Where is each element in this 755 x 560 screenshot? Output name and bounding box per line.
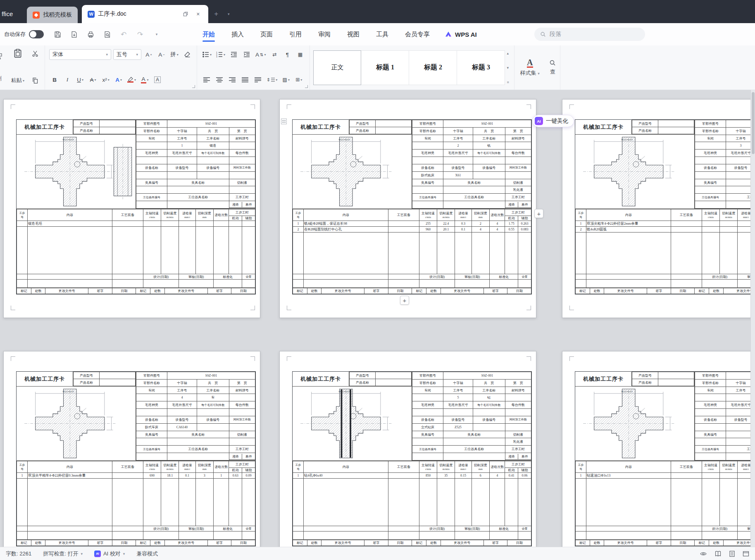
- clear-format-button[interactable]: [182, 49, 193, 60]
- style-normal[interactable]: 正文: [313, 50, 361, 85]
- styles-scroll-down-icon[interactable]: ▾: [507, 66, 509, 70]
- add-page-button-right[interactable]: +: [534, 209, 543, 218]
- read-mode-icon[interactable]: [715, 551, 722, 557]
- autosave-switch-off[interactable]: [29, 30, 44, 38]
- align-left-button[interactable]: [201, 74, 212, 85]
- underline-button[interactable]: U▾: [75, 74, 86, 85]
- text-direction-button[interactable]: A⇅▾: [254, 49, 267, 60]
- save-icon[interactable]: [52, 29, 63, 40]
- word-count[interactable]: 字数: 2261: [6, 550, 31, 558]
- asian-layout-button[interactable]: ⇄: [269, 49, 280, 60]
- styles-more-icon[interactable]: ≡: [507, 80, 509, 84]
- paragraph-layout-button[interactable]: ▦: [295, 49, 305, 60]
- document-area[interactable]: 机械加工工序卡产品型号产品名称Φ22±0.05零部件图号SSZ-001零部件名称…: [0, 90, 755, 547]
- part-no-value: SSZ-001: [167, 372, 255, 380]
- quickbar-chevron-icon[interactable]: ▾: [151, 29, 162, 40]
- align-center-button[interactable]: [214, 74, 225, 85]
- tab-close-icon[interactable]: ×: [193, 9, 202, 19]
- align-right-button[interactable]: [227, 74, 238, 85]
- table-drag-handle[interactable]: [281, 119, 287, 124]
- process-name-value: 锻造: [197, 142, 229, 149]
- increase-font-button[interactable]: A+: [143, 49, 154, 60]
- justify-button[interactable]: [240, 74, 250, 85]
- add-page-button-below[interactable]: +: [400, 296, 409, 305]
- character-shading-button[interactable]: A: [152, 74, 163, 85]
- menu-reference[interactable]: 引用: [288, 25, 302, 44]
- pinyin-guide-button[interactable]: 拼▾: [169, 49, 180, 60]
- tab-docer-templates[interactable]: 找稻壳模板: [27, 7, 78, 23]
- equip-name-value: [695, 423, 726, 431]
- show-marks-button[interactable]: ¶: [282, 49, 293, 60]
- paste-button[interactable]: 粘贴▾: [10, 48, 26, 86]
- ribbon: 刷 粘贴▾ 宋体▾ 五号▾ A+ A− 拼▾ B I: [0, 45, 755, 90]
- styles-scroll-up-icon[interactable]: ▴: [507, 51, 509, 55]
- revision-row: 标记处数更改文件号签字日期标记处数更改文件号签字日期: [575, 288, 755, 294]
- strikethrough-button[interactable]: A▾: [88, 74, 98, 85]
- text-effects-button[interactable]: A▾: [113, 74, 124, 85]
- svg-text:Φ22±0.05: Φ22±0.05: [339, 138, 350, 141]
- decrease-font-button[interactable]: A−: [156, 49, 167, 60]
- numbered-list-button[interactable]: 123▾: [215, 49, 226, 60]
- cut-button[interactable]: [30, 48, 40, 59]
- search-input[interactable]: 段落: [534, 28, 645, 41]
- decrease-indent-button[interactable]: [229, 49, 239, 60]
- document-page-1[interactable]: 机械加工工序卡产品型号产品名称Φ22±0.05零部件图号SSZ-001零部件名称…: [3, 99, 260, 318]
- menu-membership[interactable]: 会员专享: [404, 25, 431, 44]
- document-page-4[interactable]: 机械加工工序卡产品型号产品名称Φ22±0.05零部件图号SSZ-001零部件名称…: [3, 351, 260, 547]
- document-page-2[interactable]: 机械加工工序卡产品型号产品名称Φ22±0.05零部件图号SSZ-001零部件名称…: [279, 99, 536, 318]
- part-no-value: SSZ-001: [443, 120, 531, 128]
- scrollbar-thumb[interactable]: [752, 92, 755, 154]
- new-tab-button[interactable]: +: [212, 9, 221, 19]
- tab-list-chevron-icon[interactable]: ▾: [224, 9, 233, 19]
- font-color-button[interactable]: A▾: [139, 74, 150, 85]
- eye-protect-icon[interactable]: [700, 551, 707, 557]
- increase-indent-button[interactable]: [241, 49, 252, 60]
- font-group-expander-icon[interactable]: [192, 85, 195, 88]
- menu-view[interactable]: 视图: [346, 25, 360, 44]
- print-preview-icon[interactable]: [102, 29, 112, 40]
- ai-proofread[interactable]: AI AI 校对▾: [94, 550, 125, 558]
- shading-button[interactable]: ▨▾: [281, 74, 291, 85]
- italic-button[interactable]: I: [62, 74, 73, 85]
- ai-proofread-icon: AI: [94, 551, 101, 557]
- tab-detach-icon[interactable]: [181, 9, 190, 19]
- menu-page[interactable]: 页面: [260, 25, 274, 44]
- document-page-6[interactable]: 机械加工工序卡产品型号产品名称Φ22±0.05零部件图号SSZ-001零部件名称…: [562, 351, 755, 547]
- paragraph-group-expander-icon[interactable]: [305, 85, 308, 88]
- menu-insert[interactable]: 插入: [231, 25, 245, 44]
- autosave-toggle[interactable]: 自动保存: [4, 30, 44, 38]
- line-spacing-button[interactable]: ⇕ ▾: [265, 74, 279, 85]
- find-replace-button[interactable]: 查: [545, 45, 560, 90]
- borders-button[interactable]: ⊞▾: [293, 74, 304, 85]
- print-layout-icon[interactable]: [729, 551, 735, 557]
- font-family-select[interactable]: 宋体▾: [49, 49, 111, 60]
- undo-icon[interactable]: ↶: [118, 29, 129, 40]
- one-click-beautify-button[interactable]: AI 一键美化: [532, 115, 574, 127]
- menu-home[interactable]: 开始: [202, 25, 216, 44]
- document-page-5[interactable]: 机械加工工序卡产品型号产品名称Φ22±0.05零部件图号SSZ-001零部件名称…: [279, 351, 536, 547]
- spellcheck-status[interactable]: 拼写检查: 打开▾: [43, 550, 83, 558]
- document-page-3[interactable]: 机械加工工序卡产品型号产品名称Φ22±0.05零部件图号SSZ-001零部件名称…: [562, 99, 755, 318]
- part-drawing: Φ22±0.05: [293, 387, 412, 460]
- coolant-value: [229, 438, 255, 446]
- tab-document[interactable]: W 工序卡.doc ×: [82, 5, 208, 23]
- bullet-list-button[interactable]: ▾: [201, 49, 213, 60]
- style-set-button[interactable]: A 样式集 ▾: [514, 45, 545, 90]
- export-icon[interactable]: [69, 29, 79, 40]
- style-heading-2[interactable]: 标题 2: [409, 50, 457, 85]
- copy-button[interactable]: [30, 75, 40, 86]
- redo-icon[interactable]: ↷: [135, 29, 145, 40]
- wps-ai-button[interactable]: WPS AI: [445, 31, 477, 38]
- menu-review[interactable]: 审阅: [317, 25, 331, 44]
- print-icon[interactable]: [85, 29, 96, 40]
- style-heading-3[interactable]: 标题 3: [457, 50, 505, 85]
- menu-tools[interactable]: 工具: [375, 25, 389, 44]
- font-size-select[interactable]: 五号▾: [113, 49, 141, 60]
- bold-button[interactable]: B: [49, 74, 60, 85]
- superscript-button[interactable]: x²▾: [100, 74, 111, 85]
- vertical-scrollbar[interactable]: [750, 90, 755, 547]
- style-heading-1[interactable]: 标题 1: [361, 50, 409, 85]
- web-layout-icon[interactable]: [743, 551, 749, 557]
- distribute-button[interactable]: [252, 74, 263, 85]
- highlight-button[interactable]: ▾: [126, 74, 137, 85]
